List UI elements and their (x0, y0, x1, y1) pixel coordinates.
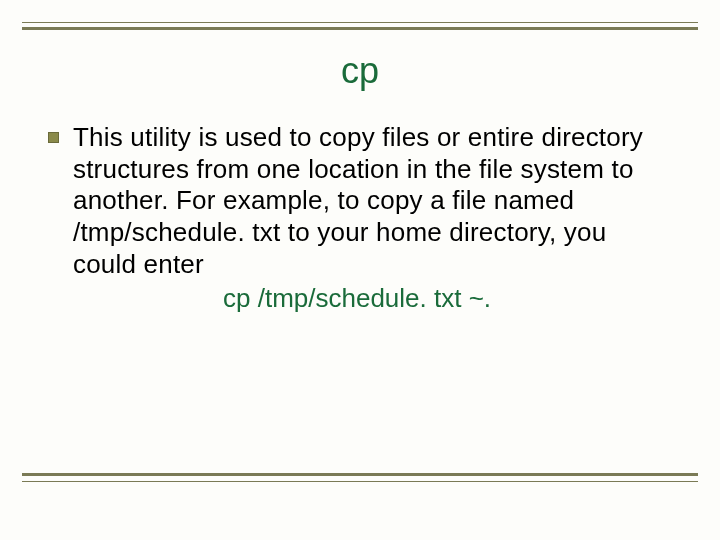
bullet-item: This utility is used to copy files or en… (48, 122, 676, 314)
slide-content: This utility is used to copy files or en… (0, 122, 720, 314)
slide-title: cp (0, 50, 720, 92)
example-command: cp /tmp/schedule. txt ~. (73, 283, 676, 314)
body-text: This utility is used to copy files or en… (73, 122, 676, 281)
bullet-text-block: This utility is used to copy files or en… (73, 122, 676, 314)
frame-bottom-thin (22, 481, 698, 482)
square-bullet-icon (48, 132, 59, 143)
frame-top-thin (22, 22, 698, 23)
frame-bottom-thick (22, 473, 698, 476)
frame-top-thick (22, 27, 698, 30)
